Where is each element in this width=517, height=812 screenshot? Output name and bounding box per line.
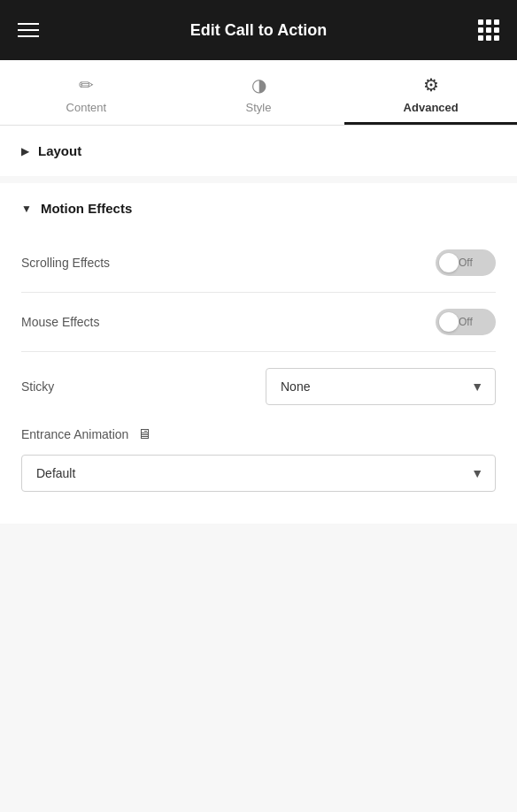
tab-style-label: Style (246, 101, 272, 114)
motion-effects-arrow: ▼ (21, 203, 32, 215)
layout-arrow: ▶ (21, 145, 29, 157)
grid-icon[interactable] (478, 19, 499, 41)
mouse-effects-label: Mouse Effects (21, 315, 99, 329)
motion-effects-title: Motion Effects (41, 201, 132, 216)
sticky-select[interactable]: None Top Bottom (266, 368, 496, 405)
tab-content-label: Content (66, 101, 107, 114)
header: Edit Call to Action (0, 0, 517, 60)
page-title: Edit Call to Action (190, 21, 327, 40)
scrolling-effects-row: Scrolling Effects Off (21, 234, 496, 293)
tab-advanced-label: Advanced (404, 101, 459, 114)
sticky-row: Sticky None Top Bottom ▼ (21, 352, 496, 412)
mouse-effects-row: Mouse Effects Off (21, 293, 496, 352)
menu-icon[interactable] (18, 23, 39, 37)
tab-content[interactable]: ✏ Content (0, 60, 173, 125)
half-circle-icon: ◑ (251, 74, 266, 96)
scrolling-effects-toggle[interactable]: Off (436, 249, 496, 276)
gear-icon: ⚙ (423, 74, 439, 96)
entrance-animation-label: Entrance Animation (21, 427, 128, 441)
tab-style[interactable]: ◑ Style (173, 60, 345, 125)
layout-section: ▶ Layout (0, 126, 517, 176)
scrolling-effects-toggle-label: Off (459, 257, 473, 269)
layout-section-title: Layout (38, 143, 81, 158)
entrance-animation-select-wrapper: Default None Fade In Slide In ▼ (21, 455, 496, 492)
content-area: ▶ Layout ▼ Motion Effects Scrolling Effe… (0, 126, 517, 812)
app-container: Edit Call to Action ✏ Content ◑ Style ⚙ … (0, 0, 517, 812)
sticky-label: Sticky (21, 379, 54, 394)
sticky-select-wrapper: None Top Bottom ▼ (266, 368, 496, 405)
scrolling-effects-label: Scrolling Effects (21, 256, 110, 270)
mouse-effects-toggle[interactable]: Off (436, 309, 496, 335)
tab-advanced[interactable]: ⚙ Advanced (344, 60, 517, 125)
motion-effects-section: ▼ Motion Effects Scrolling Effects Off M… (0, 183, 517, 524)
layout-section-header[interactable]: ▶ Layout (0, 126, 517, 176)
entrance-animation-select[interactable]: Default None Fade In Slide In (21, 455, 496, 492)
entrance-animation-section: Entrance Animation 🖥 Default None Fade I… (21, 412, 496, 506)
tabs-bar: ✏ Content ◑ Style ⚙ Advanced (0, 60, 517, 126)
motion-effects-body: Scrolling Effects Off Mouse Effects Off … (0, 234, 517, 524)
mouse-effects-toggle-label: Off (459, 316, 473, 328)
pencil-icon: ✏ (79, 74, 94, 96)
entrance-animation-header-row: Entrance Animation 🖥 (21, 426, 496, 442)
motion-effects-header[interactable]: ▼ Motion Effects (0, 183, 517, 234)
monitor-icon: 🖥 (137, 426, 151, 442)
